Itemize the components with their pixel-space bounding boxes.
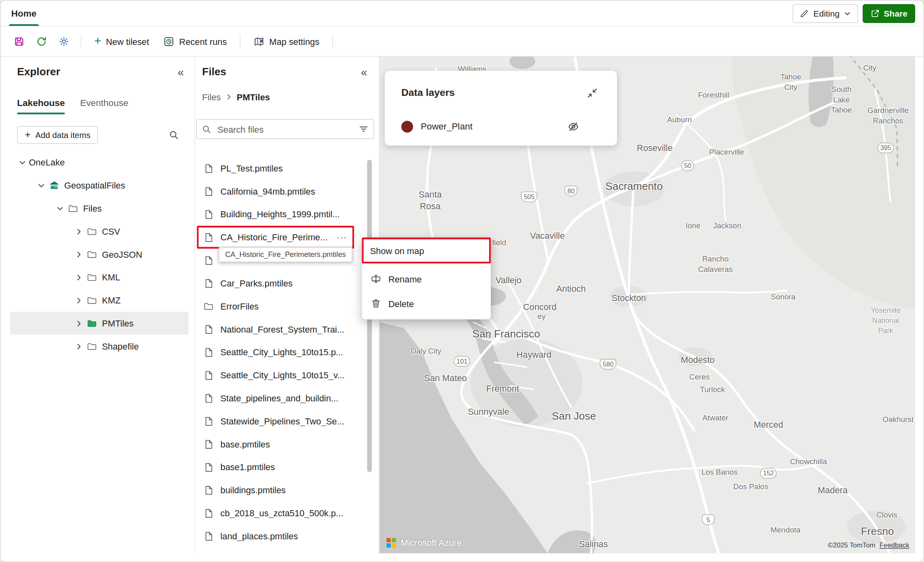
context-menu-item[interactable]: Show on map xyxy=(362,238,491,264)
data-layers-panel: Data layers Power_Plant xyxy=(385,71,617,146)
file-name: Building_Heights_1999.pmtil... xyxy=(220,209,340,219)
context-menu-item[interactable]: Delete xyxy=(362,291,491,316)
file-name: base1.pmtiles xyxy=(220,462,275,472)
add-data-items-button[interactable]: + Add data items xyxy=(17,126,98,144)
filename-tooltip: CA_Historic_Fire_Perimeters.pmtiles xyxy=(218,247,352,262)
breadcrumb-files[interactable]: Files xyxy=(202,92,221,102)
file-row[interactable]: base1.pmtiles ··· xyxy=(197,456,362,479)
tree-item[interactable]: CSV xyxy=(10,220,189,243)
chevron-icon[interactable] xyxy=(16,159,29,166)
tree-item-label: KML xyxy=(102,272,120,282)
app-window: Home Editing Share xyxy=(0,0,924,562)
road-shield: 152 xyxy=(760,468,777,479)
file-row[interactable]: PL_Test.pmtiles ··· xyxy=(197,157,362,180)
visibility-off-icon[interactable] xyxy=(566,120,581,134)
tree-item-label: OneLake xyxy=(29,157,65,168)
file-list: PL_Test.pmtiles ··· California_94mb.pmti… xyxy=(195,157,379,553)
tree-item[interactable]: OneLake xyxy=(10,151,189,174)
chevron-icon[interactable] xyxy=(72,274,85,281)
chevron-right-icon xyxy=(225,94,232,100)
tab-lakehouse[interactable]: Lakehouse xyxy=(17,92,65,114)
file-icon xyxy=(202,370,215,380)
file-icon xyxy=(202,347,215,357)
tree-item[interactable]: GeospatialFiles xyxy=(10,174,189,197)
settings-gear-button[interactable] xyxy=(54,31,74,51)
save-button[interactable] xyxy=(9,31,29,51)
tree-item[interactable]: Shapefile xyxy=(10,335,189,358)
item-icon xyxy=(85,318,98,329)
editing-mode-button[interactable]: Editing xyxy=(793,4,858,23)
collapse-panel-icon[interactable] xyxy=(586,87,598,99)
chevron-icon[interactable] xyxy=(72,251,85,258)
tree-item-label: GeoJSON xyxy=(102,249,142,259)
chevron-icon[interactable] xyxy=(54,205,67,212)
tree-item[interactable]: Files xyxy=(10,197,189,220)
feedback-link[interactable]: Feedback xyxy=(879,542,909,549)
chevron-icon[interactable] xyxy=(72,320,85,327)
file-row[interactable]: CA_Historic_Fire_Perime... ··· xyxy=(197,226,354,249)
search-icon[interactable] xyxy=(166,127,182,143)
file-row[interactable]: cb_2018_us_zcta510_500k.p... ··· xyxy=(197,502,362,525)
file-row[interactable]: Car_Parks.pmtiles ··· xyxy=(197,271,362,295)
context-menu-item[interactable]: Rename xyxy=(362,266,491,291)
recent-runs-button[interactable]: Recent runs xyxy=(157,31,233,51)
file-icon xyxy=(202,416,215,426)
file-row[interactable]: base.pmtiles ··· xyxy=(197,433,362,456)
new-tileset-button[interactable]: + New tileset xyxy=(88,31,155,51)
file-icon xyxy=(202,255,215,265)
collapse-files-icon[interactable]: « xyxy=(361,67,367,78)
search-files-input[interactable] xyxy=(216,123,354,135)
share-button[interactable]: Share xyxy=(863,4,915,23)
tree-item[interactable]: KMZ xyxy=(10,289,189,312)
map-settings-button[interactable]: Map settings xyxy=(248,31,325,51)
copyright-text: ©2025 TomTom xyxy=(828,542,875,549)
tree-item[interactable]: PMTiles xyxy=(10,312,189,335)
tree-item[interactable]: KML xyxy=(10,266,189,289)
file-icon xyxy=(202,439,215,449)
tab-home[interactable]: Home xyxy=(9,0,39,26)
file-name: CA_Historic_Fire_Perime... xyxy=(220,232,328,242)
refresh-button[interactable] xyxy=(31,31,51,51)
file-icon xyxy=(202,485,215,495)
file-name: cb_2018_us_zcta510_500k.p... xyxy=(220,508,343,518)
chevron-icon[interactable] xyxy=(72,228,85,235)
tree-item-label: Files xyxy=(83,204,102,214)
file-row[interactable]: land_places.pmtiles ··· xyxy=(197,524,362,547)
file-row[interactable]: ··· xyxy=(197,547,362,554)
file-icon xyxy=(202,531,215,541)
file-row[interactable]: National_Forest_System_Trai... ··· xyxy=(197,318,362,341)
layer-name: Power_Plant xyxy=(421,121,473,132)
tab-eventhouse[interactable]: Eventhouse xyxy=(80,92,128,114)
file-row[interactable]: Building_Heights_1999.pmtil... ··· xyxy=(197,203,362,226)
file-name: Seattle_City_Lights_10to15_v... xyxy=(220,370,345,380)
layer-row[interactable]: Power_Plant xyxy=(385,115,617,139)
item-icon xyxy=(85,249,98,259)
more-options-button[interactable]: ··· xyxy=(334,229,350,245)
file-row[interactable]: ErrorFiles ··· xyxy=(197,295,362,318)
file-row[interactable]: Seattle_City_Lights_10to15_v... ··· xyxy=(197,364,362,387)
file-icon xyxy=(202,186,215,197)
breadcrumb: Files PMTiles xyxy=(202,92,270,102)
filter-icon[interactable] xyxy=(358,124,369,134)
explorer-panel: Explorer « Lakehouse Eventhouse + Add da… xyxy=(9,57,195,554)
file-name: ErrorFiles xyxy=(220,301,259,311)
road-shield: 505 xyxy=(521,191,537,202)
file-name: Statewide_Pipelines_Two_Se... xyxy=(220,416,344,426)
item-icon xyxy=(85,341,98,352)
file-row[interactable]: Seattle_City_Lights_10to15.p... ··· xyxy=(197,341,362,364)
file-row[interactable]: California_94mb.pmtiles ··· xyxy=(197,180,362,203)
top-bar: Home Editing Share xyxy=(0,0,923,26)
chevron-icon[interactable] xyxy=(35,182,48,189)
layer-list: Power_Plant xyxy=(385,115,617,139)
file-icon xyxy=(202,163,215,174)
file-row[interactable]: Statewide_Pipelines_Two_Se... ··· xyxy=(197,409,362,433)
chevron-icon[interactable] xyxy=(72,297,85,303)
map-settings-label: Map settings xyxy=(269,36,320,47)
file-row[interactable]: buildings.pmtiles ··· xyxy=(197,479,362,502)
tree-item[interactable]: GeoJSON xyxy=(10,243,189,266)
file-icon xyxy=(202,393,215,403)
road-shield: 580 xyxy=(600,359,617,369)
file-row[interactable]: State_pipelines_and_buildin... ··· xyxy=(197,387,362,410)
collapse-explorer-icon[interactable]: « xyxy=(178,67,184,78)
chevron-icon[interactable] xyxy=(72,343,85,350)
